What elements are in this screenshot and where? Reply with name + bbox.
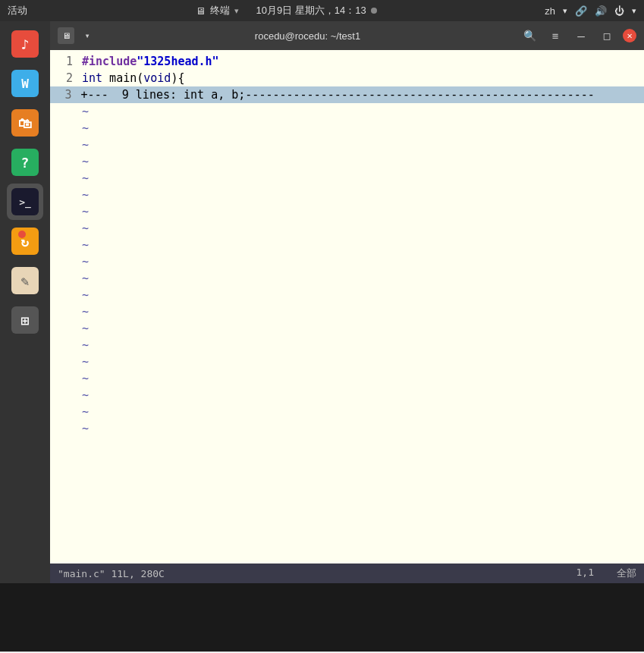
tilde-line-19: ~ xyxy=(50,403,644,420)
datetime-label: 10月9日 星期六，14：13 xyxy=(256,4,366,17)
music-icon: ♪ xyxy=(11,30,39,58)
tilde-line-2: ~ xyxy=(50,120,644,137)
file-info: "main.c" 11L, 280C xyxy=(58,568,165,579)
close-button[interactable]: ✕ xyxy=(623,29,636,42)
tilde-line-18: ~ xyxy=(50,387,644,403)
network-icon: 🔗 xyxy=(575,5,587,17)
volume-icon[interactable]: 🔊 xyxy=(595,5,607,17)
tilde-line-20: ~ xyxy=(50,420,644,437)
terminal-label[interactable]: 终端 xyxy=(210,4,230,17)
grid-icon: ⊞ xyxy=(11,306,39,334)
line-content-1: #include"1325head.h" xyxy=(79,53,219,70)
tilde-line-16: ~ xyxy=(50,353,644,370)
search-button[interactable]: 🔍 xyxy=(520,27,539,44)
help-icon: ? xyxy=(11,149,39,176)
edit-icon: ✎ xyxy=(11,267,39,294)
cursor-position: 1,1 xyxy=(576,567,594,580)
writer-icon: W xyxy=(11,70,39,97)
titlebar-title: rocedu@rocedu: ~/test1 xyxy=(255,30,360,42)
sidebar-item-edit[interactable]: ✎ xyxy=(7,262,43,299)
terminal-window: 🖥 ▾ rocedu@rocedu: ~/test1 🔍 ≡ — □ ✕ 1 #… xyxy=(50,21,644,583)
tilde-line-9: ~ xyxy=(50,237,644,253)
tilde-line-17: ~ xyxy=(50,370,644,387)
tilde-line-7: ~ xyxy=(50,203,644,220)
maximize-button[interactable]: □ xyxy=(597,27,617,44)
sidebar-item-music[interactable]: ♪ xyxy=(7,26,43,62)
black-area xyxy=(0,583,644,651)
sidebar: ♪ W 🛍 ? >_ ↻ ✎ ⊞ xyxy=(0,21,50,583)
titlebar-dropdown[interactable]: ▾ xyxy=(79,27,96,44)
tilde-line-5: ~ xyxy=(50,170,644,187)
appstore-icon: 🛍 xyxy=(11,109,39,137)
tilde-line-15: ~ xyxy=(50,337,644,353)
tilde-line-11: ~ xyxy=(50,270,644,287)
line-number-3: 3 xyxy=(50,86,78,103)
tilde-line-14: ~ xyxy=(50,320,644,337)
power-icon[interactable]: ⏻ xyxy=(614,5,624,17)
sidebar-item-grid[interactable]: ⊞ xyxy=(7,302,43,338)
tilde-line-8: ~ xyxy=(50,220,644,237)
code-area: 1 #include"1325head.h" 2 int main(void){… xyxy=(50,53,644,560)
line-content-3: +--- 9 lines: int a, b;-----------------… xyxy=(78,86,644,103)
tilde-line-4: ~ xyxy=(50,153,644,170)
update-icon: ↻ xyxy=(11,228,39,255)
line-number-2: 2 xyxy=(50,70,79,86)
activities-label[interactable]: 活动 xyxy=(8,4,27,17)
editor-content[interactable]: 1 #include"1325head.h" 2 int main(void){… xyxy=(50,50,644,564)
line-content-2: int main(void){ xyxy=(79,70,184,86)
tilde-line-13: ~ xyxy=(50,303,644,320)
terminal-dropdown[interactable]: ▾ xyxy=(234,6,239,16)
lang-label[interactable]: zh xyxy=(545,5,555,17)
sidebar-item-update[interactable]: ↻ xyxy=(7,223,43,259)
tilde-line-6: ~ xyxy=(50,187,644,203)
code-line-1: 1 #include"1325head.h" xyxy=(50,53,644,70)
sidebar-item-terminal[interactable]: >_ xyxy=(7,184,43,220)
system-dropdown[interactable]: ▾ xyxy=(632,6,636,16)
terminal-icon-top: 🖥 xyxy=(196,5,206,17)
tilde-line-3: ~ xyxy=(50,137,644,153)
code-line-2: 2 int main(void){ xyxy=(50,70,644,86)
lang-dropdown[interactable]: ▾ xyxy=(563,6,567,16)
terminal-icon: >_ xyxy=(11,188,39,215)
sidebar-item-appstore[interactable]: 🛍 xyxy=(7,105,43,141)
top-bar: 活动 🖥 终端 ▾ 10月9日 星期六，14：13 zh ▾ 🔗 🔊 ⏻ ▾ xyxy=(0,0,644,21)
code-line-3: 3 +--- 9 lines: int a, b;---------------… xyxy=(50,86,644,103)
dot-indicator xyxy=(371,8,377,14)
terminal-titlebar: 🖥 ▾ rocedu@rocedu: ~/test1 🔍 ≡ — □ ✕ xyxy=(50,21,644,50)
tilde-line-1: ~ xyxy=(50,103,644,120)
status-bar: "main.c" 11L, 280C 1,1 全部 xyxy=(50,564,644,583)
menu-button[interactable]: ≡ xyxy=(545,27,565,44)
terminal-window-icon: 🖥 xyxy=(58,27,74,44)
scroll-position: 全部 xyxy=(617,567,636,580)
line-number-1: 1 xyxy=(50,53,79,70)
tilde-line-12: ~ xyxy=(50,287,644,303)
sidebar-item-writer[interactable]: W xyxy=(7,65,43,102)
minimize-button[interactable]: — xyxy=(571,27,591,44)
sidebar-item-help[interactable]: ? xyxy=(7,144,43,181)
tilde-line-10: ~ xyxy=(50,253,644,270)
